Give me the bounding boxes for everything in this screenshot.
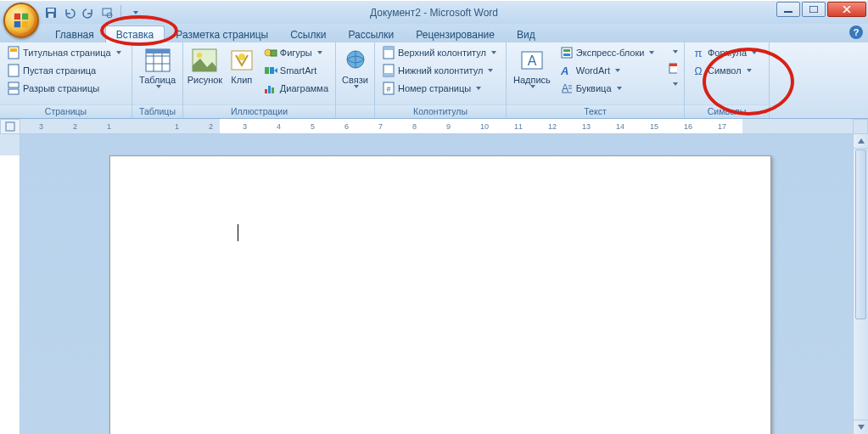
wordart-label: WordArt — [576, 65, 610, 76]
ruler-mark: 1 — [175, 122, 179, 131]
group-illustrations: Рисунок Клип Фигуры SmartArt Диаграмма — [183, 42, 336, 118]
wordart-icon: A — [560, 64, 574, 77]
svg-rect-31 — [268, 86, 271, 93]
signature-line-button[interactable] — [665, 44, 680, 59]
ruler-mark: 15 — [650, 122, 658, 131]
page-number-icon: # — [382, 82, 395, 95]
svg-text:A: A — [560, 65, 568, 76]
clip-button[interactable]: Клип — [226, 44, 258, 86]
object-button[interactable] — [665, 76, 680, 92]
textbox-button[interactable]: A Надпись — [510, 44, 554, 89]
quickparts-icon — [560, 46, 574, 59]
minimize-button[interactable] — [776, 2, 800, 17]
tab-review[interactable]: Рецензирование — [405, 25, 506, 42]
svg-rect-30 — [265, 89, 267, 93]
window-controls — [775, 2, 866, 17]
close-button[interactable] — [827, 2, 866, 17]
cover-page-button[interactable]: Титульная страница — [3, 44, 128, 61]
picture-button[interactable]: Рисунок — [187, 44, 223, 86]
ruler-toggle[interactable] — [0, 119, 20, 134]
vertical-scrollbar[interactable] — [853, 134, 868, 434]
save-icon[interactable] — [44, 6, 58, 20]
ruler-mark: 5 — [311, 122, 315, 131]
quickparts-button[interactable]: Экспресс-блоки — [557, 44, 663, 61]
wordart-button[interactable]: A WordArt — [557, 62, 663, 79]
svg-rect-1 — [22, 14, 28, 20]
ruler-mark: 7 — [378, 122, 383, 131]
scroll-thumb[interactable] — [855, 149, 866, 319]
svg-rect-13 — [8, 65, 19, 76]
group-links: Связи — [336, 42, 375, 118]
page[interactable] — [109, 155, 771, 434]
shapes-label: Фигуры — [280, 48, 312, 58]
svg-rect-38 — [384, 73, 394, 76]
svg-text:A: A — [528, 54, 537, 68]
document-area[interactable] — [20, 134, 853, 434]
dropcap-icon: A — [560, 82, 574, 95]
table-button[interactable]: Таблица — [136, 44, 179, 89]
vertical-ruler[interactable] — [0, 134, 20, 434]
shapes-button[interactable]: Фигуры — [260, 44, 332, 61]
tab-view[interactable]: Вид — [506, 25, 546, 42]
equation-button[interactable]: π Формула — [688, 44, 765, 61]
office-logo-icon — [12, 11, 31, 30]
svg-rect-9 — [784, 11, 792, 13]
ruler-mark: 9 — [446, 122, 451, 131]
office-button[interactable] — [3, 3, 39, 38]
chart-button[interactable]: Диаграмма — [260, 80, 332, 97]
help-button[interactable]: ? — [849, 25, 863, 39]
tab-mailings[interactable]: Рассылки — [337, 25, 405, 42]
links-button[interactable]: Связи — [339, 44, 372, 89]
qat-customize-icon[interactable] — [128, 6, 142, 20]
header-button[interactable]: Верхний колонтитул — [378, 44, 502, 61]
maximize-button[interactable] — [802, 2, 826, 17]
undo-icon[interactable] — [63, 6, 76, 20]
date-time-button[interactable] — [665, 60, 680, 76]
print-preview-icon[interactable] — [100, 6, 114, 20]
ribbon: Титульная страница Пустая страница Разры… — [0, 42, 868, 119]
svg-rect-27 — [271, 50, 277, 56]
equation-icon: π — [692, 46, 705, 59]
redo-icon[interactable] — [81, 6, 95, 20]
shapes-icon — [264, 46, 277, 59]
links-label: Связи — [342, 75, 368, 85]
ruler-mark: 4 — [277, 122, 281, 131]
chart-icon — [264, 82, 277, 95]
quickparts-label: Экспресс-блоки — [576, 48, 645, 58]
symbol-button[interactable]: Ω Символ — [688, 62, 765, 79]
tab-insert[interactable]: Вставка — [105, 25, 165, 42]
svg-text:Ω: Ω — [695, 65, 703, 76]
blank-page-button[interactable]: Пустая страница — [3, 62, 128, 79]
ruler-toggle-icon — [5, 121, 15, 132]
split-handle[interactable] — [853, 119, 868, 134]
ruler-mark: 1 — [107, 122, 111, 131]
smartart-button[interactable]: SmartArt — [260, 62, 332, 79]
page-number-button[interactable]: # Номер страницы — [378, 80, 502, 97]
links-icon — [342, 47, 369, 74]
svg-rect-12 — [10, 48, 17, 52]
svg-rect-0 — [14, 14, 20, 20]
date-icon — [669, 62, 677, 74]
equation-label: Формула — [708, 48, 747, 58]
page-break-button[interactable]: Разрыв страницы — [3, 80, 128, 97]
tab-page-layout[interactable]: Разметка страницы — [165, 25, 279, 42]
svg-rect-21 — [146, 49, 170, 54]
tab-references[interactable]: Ссылки — [279, 25, 337, 42]
page-break-icon — [7, 82, 20, 95]
dropcap-button[interactable]: A Буквица — [557, 80, 663, 97]
group-illustrations-label: Иллюстрации — [183, 104, 335, 118]
tab-home[interactable]: Главная — [44, 25, 105, 42]
ruler-mark: 13 — [582, 122, 591, 131]
horizontal-ruler[interactable]: 3211234567891011121314151617 — [20, 119, 853, 134]
ruler-mark: 12 — [548, 122, 557, 131]
group-links-label — [336, 104, 374, 118]
scroll-down-button[interactable] — [854, 420, 868, 434]
footer-button[interactable]: Нижний колонтитул — [378, 62, 502, 79]
scroll-up-button[interactable] — [854, 134, 868, 149]
svg-rect-2 — [14, 21, 20, 27]
group-headers-footers: Верхний колонтитул Нижний колонтитул # Н… — [375, 42, 507, 118]
close-icon — [843, 6, 851, 13]
workspace: 3211234567891011121314151617 — [0, 119, 868, 434]
svg-point-25 — [238, 54, 245, 60]
chart-label: Диаграмма — [280, 83, 328, 93]
